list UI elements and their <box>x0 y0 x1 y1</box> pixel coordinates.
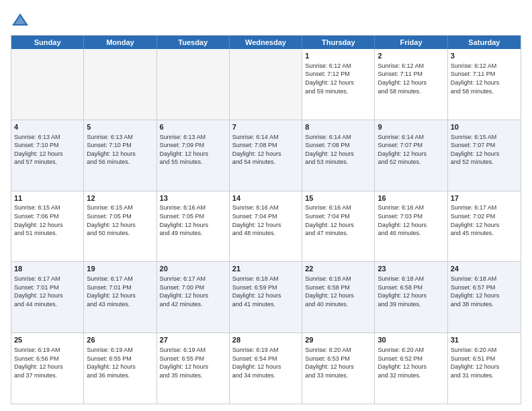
calendar-row: 4Sunrise: 6:13 AM Sunset: 7:10 PM Daylig… <box>11 120 521 191</box>
calendar-cell: 24Sunrise: 6:18 AM Sunset: 6:57 PM Dayli… <box>448 262 521 332</box>
calendar-cell: 18Sunrise: 6:17 AM Sunset: 7:01 PM Dayli… <box>11 262 84 332</box>
day-number: 21 <box>232 264 299 274</box>
cell-info: Sunrise: 6:14 AM Sunset: 7:08 PM Dayligh… <box>232 133 299 167</box>
cell-info: Sunrise: 6:16 AM Sunset: 7:05 PM Dayligh… <box>160 203 226 237</box>
cell-info: Sunrise: 6:16 AM Sunset: 7:04 PM Dayligh… <box>305 203 371 237</box>
calendar-cell: 3Sunrise: 6:12 AM Sunset: 7:11 PM Daylig… <box>448 49 521 120</box>
calendar-cell: 13Sunrise: 6:16 AM Sunset: 7:05 PM Dayli… <box>157 191 230 262</box>
day-number: 5 <box>87 122 153 132</box>
calendar-cell: 5Sunrise: 6:13 AM Sunset: 7:10 PM Daylig… <box>84 120 157 191</box>
calendar-cell: 11Sunrise: 6:15 AM Sunset: 7:06 PM Dayli… <box>11 191 84 262</box>
calendar-cell: 30Sunrise: 6:20 AM Sunset: 6:52 PM Dayli… <box>375 333 447 404</box>
day-number: 8 <box>305 122 371 132</box>
weekday-header: Saturday <box>448 36 521 49</box>
cell-info: Sunrise: 6:17 AM Sunset: 7:00 PM Dayligh… <box>160 275 226 308</box>
calendar-cell: 10Sunrise: 6:15 AM Sunset: 7:07 PM Dayli… <box>448 120 521 191</box>
calendar-cell: 27Sunrise: 6:19 AM Sunset: 6:55 PM Dayli… <box>157 333 230 404</box>
calendar-cell: 16Sunrise: 6:16 AM Sunset: 7:03 PM Dayli… <box>375 191 447 262</box>
calendar-cell: 22Sunrise: 6:18 AM Sunset: 6:58 PM Dayli… <box>302 262 375 332</box>
day-number: 25 <box>14 335 81 345</box>
day-number: 31 <box>451 335 518 345</box>
logo-icon <box>11 11 30 30</box>
cell-info: Sunrise: 6:19 AM Sunset: 6:55 PM Dayligh… <box>160 346 226 379</box>
cell-info: Sunrise: 6:16 AM Sunset: 7:03 PM Dayligh… <box>378 203 444 237</box>
cell-info: Sunrise: 6:14 AM Sunset: 7:08 PM Dayligh… <box>305 133 371 167</box>
day-number: 1 <box>305 51 371 61</box>
cell-info: Sunrise: 6:18 AM Sunset: 6:59 PM Dayligh… <box>232 275 299 308</box>
calendar-cell: 6Sunrise: 6:13 AM Sunset: 7:09 PM Daylig… <box>157 120 230 191</box>
calendar-cell: 4Sunrise: 6:13 AM Sunset: 7:10 PM Daylig… <box>11 120 84 191</box>
calendar-cell: 8Sunrise: 6:14 AM Sunset: 7:08 PM Daylig… <box>302 120 375 191</box>
day-number: 12 <box>87 193 153 203</box>
calendar-cell: 23Sunrise: 6:18 AM Sunset: 6:58 PM Dayli… <box>375 262 447 332</box>
cell-info: Sunrise: 6:19 AM Sunset: 6:54 PM Dayligh… <box>232 346 299 379</box>
weekday-header: Monday <box>84 36 157 49</box>
calendar-cell: 21Sunrise: 6:18 AM Sunset: 6:59 PM Dayli… <box>230 262 302 332</box>
cell-info: Sunrise: 6:19 AM Sunset: 6:55 PM Dayligh… <box>87 346 153 379</box>
cell-info: Sunrise: 6:18 AM Sunset: 6:58 PM Dayligh… <box>305 275 371 308</box>
day-number: 10 <box>451 122 518 132</box>
calendar-cell: 1Sunrise: 6:12 AM Sunset: 7:12 PM Daylig… <box>302 49 375 120</box>
calendar-cell <box>157 49 230 120</box>
day-number: 14 <box>232 193 299 203</box>
weekday-header: Tuesday <box>157 36 230 49</box>
calendar-cell: 2Sunrise: 6:12 AM Sunset: 7:11 PM Daylig… <box>375 49 447 120</box>
calendar-row: 18Sunrise: 6:17 AM Sunset: 7:01 PM Dayli… <box>11 261 521 332</box>
day-number: 26 <box>87 335 153 345</box>
calendar-cell <box>230 49 302 120</box>
cell-info: Sunrise: 6:13 AM Sunset: 7:10 PM Dayligh… <box>14 133 81 167</box>
calendar-cell: 9Sunrise: 6:14 AM Sunset: 7:07 PM Daylig… <box>375 120 447 191</box>
calendar-cell <box>11 49 84 120</box>
calendar-body: 1Sunrise: 6:12 AM Sunset: 7:12 PM Daylig… <box>11 49 521 404</box>
weekday-header: Thursday <box>302 36 375 49</box>
calendar-cell <box>84 49 157 120</box>
calendar-cell: 7Sunrise: 6:14 AM Sunset: 7:08 PM Daylig… <box>230 120 302 191</box>
day-number: 16 <box>378 193 444 203</box>
cell-info: Sunrise: 6:18 AM Sunset: 6:57 PM Dayligh… <box>451 275 518 308</box>
calendar-cell: 14Sunrise: 6:16 AM Sunset: 7:04 PM Dayli… <box>230 191 302 262</box>
day-number: 15 <box>305 193 371 203</box>
calendar: SundayMondayTuesdayWednesdayThursdayFrid… <box>11 35 521 404</box>
cell-info: Sunrise: 6:18 AM Sunset: 6:58 PM Dayligh… <box>378 275 444 308</box>
cell-info: Sunrise: 6:12 AM Sunset: 7:12 PM Dayligh… <box>305 62 371 95</box>
weekday-header: Sunday <box>11 36 84 49</box>
page: SundayMondayTuesdayWednesdayThursdayFrid… <box>0 0 532 411</box>
day-number: 6 <box>160 122 226 132</box>
cell-info: Sunrise: 6:17 AM Sunset: 7:01 PM Dayligh… <box>87 275 153 308</box>
cell-info: Sunrise: 6:20 AM Sunset: 6:51 PM Dayligh… <box>451 346 518 379</box>
day-number: 9 <box>378 122 444 132</box>
cell-info: Sunrise: 6:19 AM Sunset: 6:56 PM Dayligh… <box>14 346 81 379</box>
calendar-cell: 25Sunrise: 6:19 AM Sunset: 6:56 PM Dayli… <box>11 333 84 404</box>
cell-info: Sunrise: 6:12 AM Sunset: 7:11 PM Dayligh… <box>378 62 444 95</box>
calendar-row: 11Sunrise: 6:15 AM Sunset: 7:06 PM Dayli… <box>11 191 521 262</box>
weekday-header: Friday <box>375 36 447 49</box>
cell-info: Sunrise: 6:20 AM Sunset: 6:53 PM Dayligh… <box>305 346 371 379</box>
day-number: 13 <box>160 193 226 203</box>
day-number: 23 <box>378 264 444 274</box>
day-number: 24 <box>451 264 518 274</box>
day-number: 17 <box>451 193 518 203</box>
calendar-cell: 12Sunrise: 6:15 AM Sunset: 7:05 PM Dayli… <box>84 191 157 262</box>
calendar-cell: 31Sunrise: 6:20 AM Sunset: 6:51 PM Dayli… <box>448 333 521 404</box>
cell-info: Sunrise: 6:17 AM Sunset: 7:02 PM Dayligh… <box>451 203 518 237</box>
day-number: 22 <box>305 264 371 274</box>
day-number: 27 <box>160 335 226 345</box>
day-number: 7 <box>232 122 299 132</box>
day-number: 19 <box>87 264 153 274</box>
day-number: 4 <box>14 122 81 132</box>
calendar-row: 1Sunrise: 6:12 AM Sunset: 7:12 PM Daylig… <box>11 49 521 120</box>
cell-info: Sunrise: 6:15 AM Sunset: 7:07 PM Dayligh… <box>451 133 518 167</box>
day-number: 11 <box>14 193 81 203</box>
logo <box>11 11 32 30</box>
day-number: 30 <box>378 335 444 345</box>
cell-info: Sunrise: 6:15 AM Sunset: 7:05 PM Dayligh… <box>87 203 153 237</box>
cell-info: Sunrise: 6:13 AM Sunset: 7:10 PM Dayligh… <box>87 133 153 167</box>
cell-info: Sunrise: 6:13 AM Sunset: 7:09 PM Dayligh… <box>160 133 226 167</box>
day-number: 28 <box>232 335 299 345</box>
calendar-cell: 20Sunrise: 6:17 AM Sunset: 7:00 PM Dayli… <box>157 262 230 332</box>
day-number: 18 <box>14 264 81 274</box>
calendar-header: SundayMondayTuesdayWednesdayThursdayFrid… <box>11 36 521 49</box>
calendar-cell: 29Sunrise: 6:20 AM Sunset: 6:53 PM Dayli… <box>302 333 375 404</box>
calendar-cell: 26Sunrise: 6:19 AM Sunset: 6:55 PM Dayli… <box>84 333 157 404</box>
calendar-cell: 28Sunrise: 6:19 AM Sunset: 6:54 PM Dayli… <box>230 333 302 404</box>
